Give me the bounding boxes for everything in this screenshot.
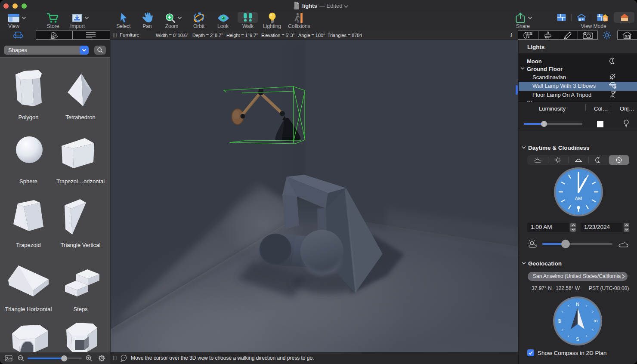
svg-text:AM: AM — [575, 196, 582, 201]
svg-text:S: S — [576, 336, 579, 342]
svg-text:E: E — [593, 319, 598, 322]
svg-text:N: N — [576, 302, 579, 307]
svg-text:W: W — [557, 318, 562, 323]
svg-text:?: ? — [123, 355, 125, 360]
